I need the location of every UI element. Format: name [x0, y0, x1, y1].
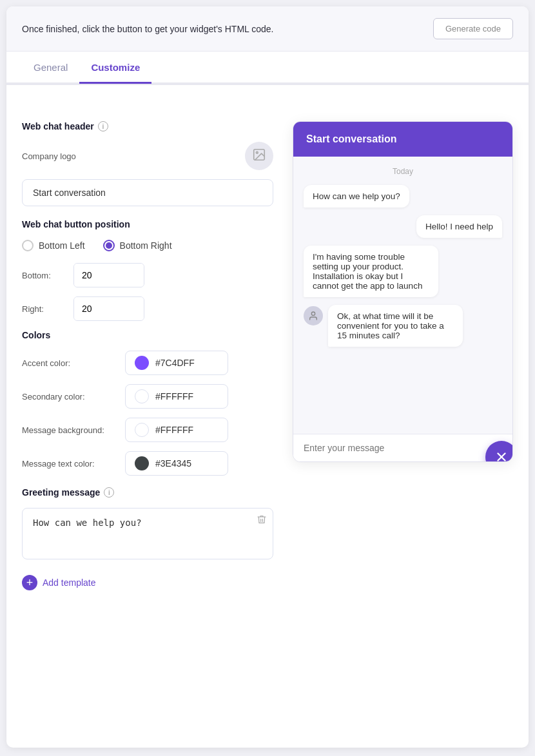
accent-color-button[interactable]: #7C4DFF	[125, 351, 228, 375]
accent-color-row: Accent color: #7C4DFF	[22, 351, 273, 375]
chat-body: Today How can we help you? Hello! I need…	[293, 157, 512, 434]
bottom-spinner-row: Bottom: ▲ ▼	[22, 263, 273, 287]
message-bg-label: Message background:	[22, 425, 125, 435]
chat-preview: Start conversation Today How can we help…	[293, 121, 513, 462]
message-bg-dot	[135, 423, 149, 437]
tab-customize[interactable]: Customize	[79, 52, 151, 84]
top-banner: Once finished, click the button to get y…	[6, 6, 529, 52]
right-panel: Start conversation Today How can we help…	[293, 121, 513, 594]
company-logo-label: Company logo	[22, 151, 76, 161]
left-panel: Web chat header i Company logo	[22, 121, 273, 594]
chat-bubble-4: Ok, at what time will it be convenient f…	[328, 305, 463, 347]
greeting-textarea[interactable]	[22, 508, 273, 559]
chat-msg-4: Ok, at what time will it be convenient f…	[304, 305, 502, 347]
chat-msg-3: I'm having some trouble setting up your …	[304, 246, 502, 297]
message-bg-button[interactable]: #FFFFFF	[125, 418, 228, 442]
add-template-label: Add template	[43, 577, 96, 588]
greeting-info-icon[interactable]: i	[104, 487, 114, 498]
svg-point-1	[256, 151, 258, 153]
message-text-label: Message text color:	[22, 459, 125, 469]
main-card: Once finished, click the button to get y…	[6, 6, 529, 748]
radio-left-label: Bottom Left	[39, 240, 85, 251]
chat-input-row	[293, 434, 512, 461]
tabs-divider	[6, 84, 529, 85]
greeting-label: Greeting message	[22, 487, 100, 498]
greeting-textarea-wrap	[22, 508, 273, 562]
generate-code-button[interactable]: Generate code	[433, 18, 513, 39]
chat-title-input[interactable]	[22, 179, 273, 206]
right-spinner-row: Right: ▲ ▼	[22, 296, 273, 321]
button-position-section: Web chat button position	[22, 219, 273, 229]
image-icon	[252, 148, 266, 165]
secondary-label: Secondary color:	[22, 392, 125, 402]
button-position-title: Web chat button position	[22, 219, 130, 229]
webchat-header-section: Web chat header i	[22, 121, 273, 131]
chat-msg-2: Hello! I need help	[304, 215, 502, 238]
colors-title: Colors	[22, 330, 273, 340]
message-text-hex: #3E4345	[155, 458, 191, 469]
webchat-header-info-icon[interactable]: i	[98, 121, 108, 131]
content-area: Web chat header i Company logo	[6, 103, 529, 594]
chat-date: Today	[304, 167, 502, 176]
radio-outer-right	[103, 240, 115, 251]
chat-message-input[interactable]	[304, 443, 491, 453]
accent-dot	[135, 356, 149, 370]
company-logo-row: Company logo	[22, 142, 273, 170]
right-label: Right:	[22, 304, 73, 314]
message-text-dot	[135, 456, 149, 470]
colors-label: Colors	[22, 330, 50, 340]
chat-bubble-2: Hello! I need help	[416, 215, 502, 238]
chat-header: Start conversation	[293, 122, 512, 157]
position-radio-group: Bottom Left Bottom Right	[22, 240, 273, 251]
banner-text: Once finished, click the button to get y…	[22, 24, 273, 34]
chat-bubble-3: I'm having some trouble setting up your …	[304, 246, 438, 297]
colors-section: Colors Accent color: #7C4DFF Secondary c…	[22, 330, 273, 476]
message-bg-row: Message background: #FFFFFF	[22, 418, 273, 442]
message-text-row: Message text color: #3E4345	[22, 451, 273, 476]
secondary-color-row: Secondary color: #FFFFFF	[22, 384, 273, 409]
greeting-title: Greeting message i	[22, 487, 273, 498]
delete-icon	[257, 514, 267, 525]
radio-bottom-left[interactable]: Bottom Left	[22, 240, 85, 251]
bottom-label: Bottom:	[22, 271, 73, 280]
webchat-header-title: Web chat header	[22, 121, 94, 131]
tabs-nav: General Customize	[6, 52, 529, 84]
accent-hex: #7C4DFF	[155, 358, 195, 368]
tab-general[interactable]: General	[22, 52, 79, 84]
greeting-section: Greeting message i +	[22, 487, 273, 594]
radio-inner-right	[106, 242, 112, 249]
close-icon	[494, 450, 509, 462]
accent-label: Accent color:	[22, 358, 125, 368]
radio-outer-left	[22, 240, 34, 251]
radio-right-label: Bottom Right	[120, 240, 172, 251]
add-template-button[interactable]: + Add template	[22, 571, 96, 594]
bottom-spinner: ▲ ▼	[73, 263, 144, 287]
right-spinner: ▲ ▼	[73, 296, 144, 321]
message-bg-hex: #FFFFFF	[155, 425, 193, 435]
right-value-input[interactable]	[74, 297, 144, 320]
svg-point-2	[311, 312, 315, 315]
chat-msg-1: How can we help you?	[304, 185, 502, 208]
radio-bottom-right[interactable]: Bottom Right	[103, 240, 172, 251]
secondary-hex: #FFFFFF	[155, 391, 193, 402]
message-text-button[interactable]: #3E4345	[125, 451, 228, 476]
secondary-color-button[interactable]: #FFFFFF	[125, 384, 228, 409]
greeting-delete-button[interactable]	[257, 514, 267, 527]
logo-upload-button[interactable]	[245, 142, 273, 170]
secondary-dot	[135, 389, 149, 403]
chat-bubble-1: How can we help you?	[304, 185, 409, 208]
add-plus-icon: +	[22, 575, 37, 590]
bottom-value-input[interactable]	[74, 264, 144, 287]
chat-header-title: Start conversation	[306, 133, 396, 144]
agent-avatar	[304, 306, 323, 325]
